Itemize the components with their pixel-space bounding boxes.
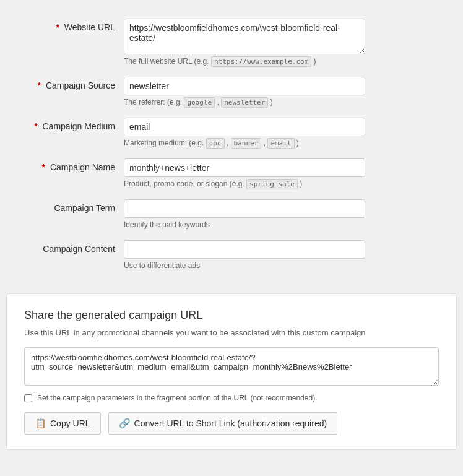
share-description: Use this URL in any promotional channels… bbox=[24, 328, 439, 337]
website-url-hint: The full website URL (e.g. https://www.e… bbox=[124, 57, 365, 66]
campaign-medium-hint-code1: cpc bbox=[206, 138, 225, 149]
fragment-label: Set the campaign parameters in the fragm… bbox=[37, 394, 317, 402]
button-row: 📋 Copy URL 🔗 Convert URL to Short Link (… bbox=[24, 412, 439, 435]
share-title: Share the generated campaign URL bbox=[24, 309, 439, 322]
campaign-name-hint: Product, promo code, or slogan (e.g. spr… bbox=[124, 180, 365, 188]
website-url-required-star: * bbox=[56, 22, 59, 32]
convert-url-button[interactable]: 🔗 Convert URL to Short Link (authorizati… bbox=[108, 412, 338, 435]
campaign-name-input[interactable] bbox=[124, 158, 365, 177]
website-url-hint-code: https://www.example.com bbox=[211, 56, 311, 67]
campaign-medium-row: * Campaign Medium Marketing medium: (e.g… bbox=[19, 118, 444, 147]
fragment-checkbox[interactable] bbox=[24, 394, 32, 402]
campaign-source-hint-code1: google bbox=[184, 97, 215, 108]
campaign-term-hint: Identify the paid keywords bbox=[124, 220, 365, 229]
website-url-row: * Website URL The full website URL (e.g.… bbox=[19, 19, 444, 66]
campaign-source-input-col: The referrer: (e.g. google , newsletter … bbox=[124, 77, 444, 106]
campaign-term-input[interactable] bbox=[124, 199, 365, 218]
campaign-name-label: * Campaign Name bbox=[19, 158, 124, 172]
share-section: Share the generated campaign URL Use thi… bbox=[6, 293, 457, 450]
campaign-name-hint-code: spring_sale bbox=[246, 179, 298, 189]
link-icon: 🔗 bbox=[119, 418, 131, 429]
campaign-source-label: * Campaign Source bbox=[19, 77, 124, 90]
campaign-medium-hint-code3: email bbox=[267, 138, 294, 149]
fragment-row: Set the campaign parameters in the fragm… bbox=[24, 394, 439, 402]
campaign-medium-hint-code2: banner bbox=[231, 138, 262, 149]
website-url-label: * Website URL bbox=[19, 19, 124, 32]
campaign-term-row: Campaign Term Identify the paid keywords bbox=[19, 199, 444, 229]
campaign-medium-required-star: * bbox=[34, 121, 37, 131]
copy-icon: 📋 bbox=[35, 418, 46, 429]
campaign-term-label: Campaign Term bbox=[19, 199, 124, 213]
campaign-content-hint: Use to differentiate ads bbox=[124, 261, 365, 270]
convert-label: Convert URL to Short Link (authorization… bbox=[134, 418, 327, 428]
campaign-content-input[interactable] bbox=[124, 240, 365, 259]
campaign-source-hint-code2: newsletter bbox=[221, 97, 268, 108]
campaign-content-input-col: Use to differentiate ads bbox=[124, 240, 444, 270]
generated-url-textarea[interactable] bbox=[24, 347, 439, 386]
campaign-source-row: * Campaign Source The referrer: (e.g. go… bbox=[19, 77, 444, 106]
campaign-name-required-star: * bbox=[42, 162, 45, 172]
copy-url-button[interactable]: 📋 Copy URL bbox=[24, 412, 101, 435]
campaign-medium-label: * Campaign Medium bbox=[19, 118, 124, 131]
campaign-term-input-col: Identify the paid keywords bbox=[124, 199, 444, 229]
campaign-medium-input-col: Marketing medium: (e.g. cpc , banner , e… bbox=[124, 118, 444, 147]
form-container: * Website URL The full website URL (e.g.… bbox=[6, 12, 457, 287]
campaign-medium-hint: Marketing medium: (e.g. cpc , banner , e… bbox=[124, 139, 365, 147]
campaign-name-input-col: Product, promo code, or slogan (e.g. spr… bbox=[124, 158, 444, 188]
campaign-medium-input[interactable] bbox=[124, 118, 365, 136]
campaign-name-row: * Campaign Name Product, promo code, or … bbox=[19, 158, 444, 188]
campaign-content-label: Campaign Content bbox=[19, 240, 124, 254]
campaign-source-hint: The referrer: (e.g. google , newsletter … bbox=[124, 98, 365, 106]
website-url-input[interactable] bbox=[124, 19, 365, 54]
campaign-content-row: Campaign Content Use to differentiate ad… bbox=[19, 240, 444, 270]
campaign-source-required-star: * bbox=[38, 80, 41, 90]
website-url-input-col: The full website URL (e.g. https://www.e… bbox=[124, 19, 444, 66]
campaign-source-input[interactable] bbox=[124, 77, 365, 95]
copy-url-label: Copy URL bbox=[50, 418, 90, 428]
